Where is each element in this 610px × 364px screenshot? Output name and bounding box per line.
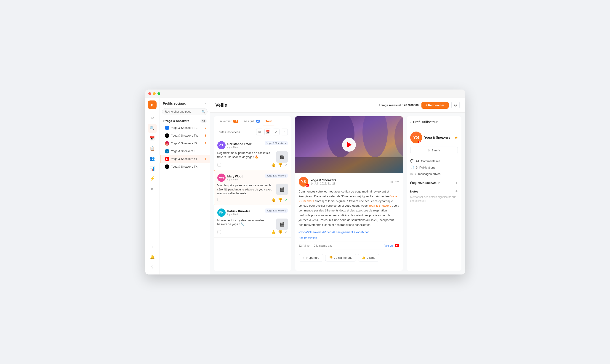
rechercher-button[interactable]: + Rechercher (421, 102, 449, 109)
feed-item-1-actions-right: 👍 👎 ✓ (271, 163, 288, 167)
voir-sur-link[interactable]: Voir sur (384, 244, 399, 247)
see-translation-link[interactable]: See translation (299, 236, 317, 240)
nav-calendar[interactable]: 📅 (148, 134, 157, 143)
nav-messages[interactable]: ✉ (148, 114, 157, 123)
like-button[interactable]: 👍 J'aime (358, 254, 379, 261)
titlebar (145, 90, 465, 98)
like-btn-3[interactable]: 👍 (271, 230, 276, 234)
post-author-name: Yoga & Sneakers (311, 178, 388, 182)
nav-add[interactable]: + (148, 243, 157, 252)
ban-button[interactable]: ⊘ Bannir (410, 147, 458, 154)
feed-item-1-checkbox[interactable] (217, 163, 221, 167)
collapse-profiles-icon[interactable]: ‹ (205, 101, 206, 105)
etiquettes-title: Étiquettes utilisateur (410, 181, 440, 185)
feed-item-3[interactable]: PK Patrick Knowles il y a 8 min Yoga & S… (214, 205, 291, 238)
tab-a-verifier-label: A vérifier (220, 119, 232, 123)
check-btn-1[interactable]: ✓ (285, 163, 288, 167)
filter-check-btn[interactable]: ✓ (273, 129, 280, 135)
profile-item-ig[interactable]: ◎ Yoga & Sneakers IG 2 (160, 140, 210, 147)
nav-bell[interactable]: 🔔 (148, 253, 157, 262)
profile-item-tw[interactable]: ✕ Yoga & Sneakers TW 8 (160, 132, 210, 140)
feed-item-1[interactable]: CT Christophe Track il y a 8 min Yoga & … (214, 138, 291, 170)
feed-thumb-1: 🎬 (276, 151, 288, 163)
group-chevron-icon: ▾ (163, 119, 164, 123)
feed-item-3-actions-right: 👍 👎 ✓ (271, 230, 288, 234)
like-btn-2[interactable]: 👍 (271, 197, 276, 202)
profile-item-fb[interactable]: f Yoga & Sneakers FB 3 (160, 124, 210, 132)
platform-fb-icon: f (165, 126, 169, 130)
usage-value: 78 (404, 104, 407, 107)
notes-title: Notes (410, 190, 419, 193)
user-name-section: Yoga & Sneakers (424, 136, 452, 139)
nav-video[interactable]: ▶ (148, 184, 157, 193)
close-dot[interactable] (148, 92, 151, 95)
platform-tw-icon: ✕ (165, 133, 169, 138)
filter-image-btn[interactable]: ⊞ (256, 129, 263, 135)
nav-team[interactable]: 👥 (148, 154, 157, 163)
delete-icon[interactable]: 🗑 (390, 180, 393, 184)
dislike-btn-2[interactable]: 👎 (278, 197, 283, 202)
feed-item-2-checkbox[interactable] (217, 198, 221, 201)
like-label: J'aime (367, 256, 375, 260)
profile-item-yt[interactable]: ▶ Yoga & Sneakers YT 5 (160, 155, 210, 163)
check-btn-2[interactable]: ✓ (285, 197, 288, 202)
nav-veille[interactable]: 🔍 (148, 124, 157, 133)
feed-item-3-checkbox[interactable] (217, 230, 221, 234)
profile-group-header[interactable]: ▾ Yoga & Sneakers 18 (160, 118, 210, 124)
profile-name-tw: Yoga & Sneakers TW (171, 134, 198, 137)
dislike-btn-1[interactable]: 👎 (278, 163, 283, 167)
app-body: a ✉ 🔍 📅 📋 👥 📊 ⚡ ▶ + 🔔 ? Profils sociaux … (145, 98, 465, 274)
star-icon[interactable]: ★ (455, 135, 458, 140)
feed-item-2[interactable]: MW Mary Wood il y a 8 min Yoga & Sneaker… (214, 170, 291, 205)
app-logo: a (148, 101, 157, 109)
profile-item-tk[interactable]: ♪ Yoga & Sneakers TK (160, 163, 210, 170)
tab-a-verifier[interactable]: A vérifier 12 (217, 116, 241, 126)
add-note-button[interactable]: + (455, 189, 458, 194)
profiles-header: Profils sociaux ‹ (160, 98, 210, 108)
add-etiquette-button[interactable]: + (455, 181, 458, 185)
tab-assigne[interactable]: Assigné 4 (241, 116, 263, 126)
minimize-dot[interactable] (153, 92, 156, 95)
like-btn-1[interactable]: 👍 (271, 163, 276, 167)
back-button[interactable]: ‹ (410, 120, 411, 124)
right-panel: ‹ Profil utilisateur YS Yoga & Sneakers (407, 116, 461, 271)
post-text: Commencez votre journée avec ce flux de … (299, 189, 399, 227)
tab-tout[interactable]: Tout (263, 116, 274, 126)
commentaires-icon: 💬 (410, 159, 414, 163)
feed-item-3-text: Mouvement incroyable des nouvelles baske… (217, 219, 274, 227)
feed-item-2-info: Mary Wood il y a 8 min (227, 175, 244, 181)
filter-calendar-btn[interactable]: 📅 (264, 129, 271, 135)
search-input[interactable] (162, 108, 207, 115)
nav-performance[interactable]: ⚡ (148, 174, 157, 183)
nav-help[interactable]: ? (148, 263, 157, 272)
post-link2[interactable]: Yoga & Sneakers (368, 204, 391, 207)
tab-a-verifier-badge: 12 (233, 120, 238, 123)
dislike-button[interactable]: 👎 Je n'aime pas (325, 254, 356, 261)
reply-button[interactable]: ↩ Répondre (299, 254, 323, 261)
feed-item-3-tag: Yoga & Sneakers (265, 208, 288, 213)
profile-badge-fb: 3 (205, 126, 207, 130)
profile-badge-tw: 8 (205, 134, 207, 137)
filter-sort-btn[interactable]: ↕ (281, 129, 288, 135)
feed-item-1-tag: Yoga & Sneakers (265, 141, 288, 145)
messages-label: messages privés (418, 172, 441, 176)
more-icon[interactable]: ••• (395, 180, 399, 184)
profile-item-li[interactable]: in Yoga & Sneakers LI (160, 147, 210, 155)
feed-item-1-text: Regardez ma superbe vidéo de baskets à t… (217, 151, 274, 159)
maximize-dot[interactable] (158, 92, 160, 95)
profiles-panel: Profils sociaux ‹ 🔍 ▾ Yoga & Sneakers 18… (160, 98, 210, 274)
profile-name-li: Yoga & Sneakers LI (171, 150, 196, 153)
nav-reports[interactable]: 📋 (148, 144, 157, 153)
main-content: Veille Usage mensuel : 78 /100000 + Rech… (210, 98, 465, 274)
post-author-row: YS Yoga & Sneakers 14 Juin 2022, 11h23 (299, 177, 399, 187)
check-btn-3[interactable]: ✓ (285, 230, 288, 234)
page-title: Veille (216, 103, 227, 108)
dislike-btn-3[interactable]: 👎 (278, 230, 283, 234)
play-button[interactable] (342, 138, 356, 152)
group-name: Yoga & Sneakers (165, 119, 189, 123)
reply-label: Répondre (307, 256, 320, 260)
settings-button[interactable]: ⚙ (451, 101, 460, 109)
platform-ig-icon: ◎ (165, 141, 169, 146)
nav-stats[interactable]: 📊 (148, 164, 157, 173)
profile-badge-yt: 5 (205, 157, 207, 160)
